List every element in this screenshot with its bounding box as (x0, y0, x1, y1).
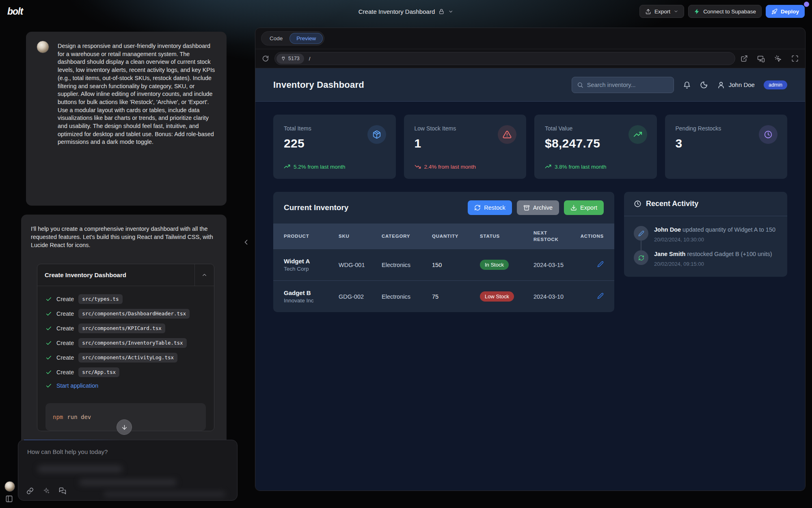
rocket-icon (771, 9, 777, 15)
bolt-logo[interactable]: bolt (7, 6, 23, 17)
edit-pencil-icon[interactable] (597, 261, 604, 267)
chat-input[interactable] (27, 448, 228, 462)
attach-link-icon[interactable] (26, 487, 34, 495)
step-file-chip[interactable]: src/App.tsx (78, 367, 119, 377)
account-avatar[interactable] (4, 481, 15, 492)
port-pill[interactable]: 5173 (276, 54, 304, 64)
artifact-step: Create src/App.tsx (45, 367, 206, 377)
preview-address-bar: 5173 / (255, 49, 805, 68)
dashboard-title: Inventory Dashboard (273, 80, 364, 90)
trending-up-icon (284, 163, 290, 170)
column-header: Next Restock (533, 230, 579, 243)
artifact-step: Create src/types.ts (45, 294, 206, 304)
tab-preview[interactable]: Preview (289, 33, 323, 44)
top-bar: bolt Create Inventory Dashboard Export C… (0, 0, 812, 23)
lock-icon (438, 9, 445, 15)
current-inventory-card: Current Inventory Restock Archive (273, 192, 614, 312)
check-icon (45, 296, 52, 302)
inventory-search[interactable] (572, 77, 674, 93)
chat-mode-icon[interactable] (59, 487, 66, 495)
export-button[interactable]: Export (639, 5, 684, 18)
port-number: 5173 (288, 56, 300, 61)
artifact-step: Create src/components/DashboardHeader.ts… (45, 309, 206, 319)
product-supplier: Innovate Inc (284, 297, 339, 304)
refresh-icon (638, 255, 644, 261)
dashboard-header: Inventory Dashboard John Doe admin (255, 68, 805, 102)
step-file-chip[interactable]: src/components/DashboardHeader.tsx (78, 309, 190, 319)
step-action-label: Create (56, 325, 74, 332)
trending-up-icon (633, 130, 642, 139)
export-csv-label: Export (580, 204, 597, 211)
responsive-devices-icon[interactable] (757, 55, 765, 63)
download-icon (570, 204, 577, 211)
kpi-pending-restocks: Pending Restocks 3 (665, 115, 788, 179)
activity-user: Jane Smith (654, 251, 685, 257)
edit-pencil-icon[interactable] (597, 293, 604, 299)
user-avatar (37, 41, 49, 53)
status-badge: In Stock (480, 260, 509, 270)
alert-triangle-icon (503, 130, 512, 139)
workbench-tabs: Code Preview (255, 28, 805, 49)
artifact-header[interactable]: Create Inventory Dashboard (37, 264, 214, 286)
clock-icon (764, 130, 773, 139)
clock-icon (634, 200, 641, 208)
sidebar-toggle-icon[interactable] (5, 495, 13, 503)
activity-item: John Doe updated quantity of Widget A to… (634, 226, 777, 250)
column-header: Actions (579, 233, 604, 239)
project-title-menu[interactable]: Create Inventory Dashboard (358, 0, 454, 23)
step-action-label: Create (56, 295, 74, 303)
command-args: run dev (67, 414, 91, 420)
search-icon (577, 82, 583, 88)
chat-composer (18, 440, 238, 501)
column-header: Quantity (432, 233, 480, 239)
next-restock-date: 2024-03-10 (533, 293, 579, 300)
address-input[interactable]: 5173 / (274, 52, 735, 65)
enhance-prompt-sparkles-icon[interactable] (43, 487, 50, 495)
fullscreen-icon[interactable] (791, 55, 799, 62)
activity-item: Jane Smith restocked Gadget B (+100 unit… (634, 250, 777, 267)
export-label: Export (654, 9, 670, 15)
export-csv-button[interactable]: Export (564, 200, 604, 215)
start-application-link[interactable]: Start application (56, 382, 98, 389)
scroll-to-bottom-button[interactable] (117, 419, 132, 435)
archive-label: Archive (533, 204, 553, 211)
user-menu[interactable]: John Doe (717, 81, 755, 89)
artifact-card: Create Inventory Dashboard Create src/ty… (37, 264, 214, 431)
inventory-title: Current Inventory (284, 203, 348, 212)
product-sku: GDG-002 (339, 293, 382, 300)
collapse-artifact-button[interactable] (194, 264, 214, 286)
step-file-chip[interactable]: src/components/InventoryTable.tsx (78, 338, 186, 348)
bell-icon[interactable] (683, 81, 691, 89)
open-external-icon[interactable] (741, 55, 748, 62)
artifact-steps: Create src/types.ts Create src/component… (37, 286, 214, 397)
next-restock-date: 2024-03-15 (533, 262, 579, 268)
dark-mode-moon-icon[interactable] (700, 81, 708, 89)
step-action-label: Create (56, 339, 74, 347)
archive-button[interactable]: Archive (517, 200, 559, 215)
reload-icon[interactable] (262, 55, 269, 62)
product-name: Gadget B (284, 289, 339, 296)
search-input[interactable] (587, 82, 669, 88)
column-header: Category (382, 233, 432, 239)
step-file-chip[interactable]: src/types.ts (78, 294, 122, 304)
product-quantity: 150 (432, 262, 480, 268)
user-message: Design a responsive and user-friendly in… (26, 32, 227, 206)
step-file-chip[interactable]: src/components/ActivityLog.tsx (78, 353, 177, 363)
activity-user: John Doe (654, 226, 681, 233)
connect-supabase-button[interactable]: Connect to Supabase (688, 5, 762, 18)
step-file-chip[interactable]: src/components/KPICard.tsx (78, 323, 165, 333)
inventory-row: Gadget B Innovate Inc GDG-002 Electronic… (273, 280, 614, 312)
activity-time: 20/02/2024, 09:15:00 (654, 261, 772, 267)
start-application-step: Start application (45, 382, 206, 389)
redacted-blur (104, 491, 225, 497)
kpi-trend-text: 2.4% from last month (424, 164, 476, 170)
restock-button[interactable]: Restock (468, 200, 512, 215)
preview-viewport: Inventory Dashboard John Doe admin Total… (255, 68, 805, 491)
tab-code[interactable]: Code (263, 33, 289, 44)
inspect-pointer-icon[interactable] (774, 55, 782, 63)
restock-label: Restock (484, 204, 505, 211)
artifact-step: Create src/components/InventoryTable.tsx (45, 338, 206, 348)
collapse-chat-button[interactable] (242, 238, 250, 246)
deploy-button[interactable]: Deploy (766, 5, 805, 18)
archive-icon (523, 204, 530, 211)
